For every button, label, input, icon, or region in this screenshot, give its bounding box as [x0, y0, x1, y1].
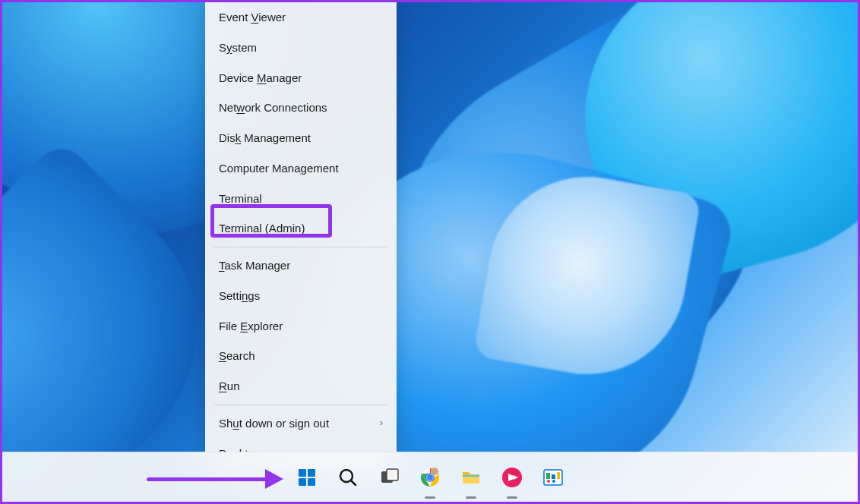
menu-item-network-connections[interactable]: Network Connections	[205, 93, 397, 123]
menu-item-label: Search	[219, 348, 255, 364]
svg-rect-2	[299, 478, 306, 486]
menu-separator	[214, 405, 387, 405]
menu-item-system[interactable]: System	[205, 33, 397, 63]
running-indicator	[466, 496, 476, 499]
menu-item-shut-down-or-sign-out[interactable]: Shut down or sign out›	[205, 408, 397, 439]
search-icon	[337, 467, 359, 488]
start-icon	[296, 467, 318, 488]
svg-rect-20	[552, 474, 555, 479]
taskbar-recorder[interactable]	[495, 461, 529, 494]
control-panel-icon	[542, 467, 564, 488]
taskbar-control-panel[interactable]	[536, 461, 570, 494]
svg-rect-21	[557, 472, 560, 479]
svg-point-23	[552, 480, 555, 483]
menu-item-file-explorer[interactable]: File Explorer	[205, 311, 397, 342]
task-view-icon	[378, 467, 400, 488]
svg-rect-0	[299, 469, 306, 477]
menu-item-label: Event Viewer	[219, 9, 286, 26]
recorder-icon	[501, 467, 523, 488]
menu-item-task-manager[interactable]: Task Manager	[205, 250, 397, 281]
menu-item-event-viewer[interactable]: Event Viewer	[205, 2, 397, 33]
taskbar-search[interactable]	[331, 461, 365, 494]
menu-item-label: Task Manager	[219, 257, 290, 274]
menu-item-label: Device Manager	[219, 70, 302, 87]
menu-item-label: Computer Management	[219, 160, 339, 177]
menu-item-search[interactable]: Search	[205, 341, 397, 371]
menu-item-label: Shut down or sign out	[219, 415, 329, 432]
chrome-icon	[419, 467, 441, 488]
svg-rect-3	[308, 478, 315, 486]
wallpaper-bloom	[2, 2, 858, 502]
menu-item-settings[interactable]: Settings	[205, 281, 397, 311]
menu-item-label: Terminal (Admin)	[219, 220, 305, 237]
svg-rect-19	[546, 473, 550, 479]
svg-rect-1	[308, 469, 315, 477]
menu-item-label: Run	[219, 378, 240, 395]
svg-point-22	[547, 480, 550, 483]
desktop-background	[2, 2, 858, 502]
svg-point-11	[427, 474, 433, 480]
taskbar-file-explorer[interactable]	[454, 461, 488, 494]
menu-item-terminal-admin[interactable]: Terminal (Admin)	[205, 213, 397, 244]
running-indicator	[507, 496, 517, 499]
taskbar-start[interactable]	[290, 461, 324, 494]
menu-item-label: Terminal	[219, 191, 262, 207]
menu-item-label: Disk Management	[219, 130, 311, 146]
menu-item-terminal[interactable]: Terminal	[205, 184, 397, 214]
taskbar-chrome[interactable]	[413, 461, 447, 494]
svg-point-13	[431, 468, 438, 475]
menu-item-device-manager[interactable]: Device Manager	[205, 63, 397, 93]
taskbar[interactable]	[2, 452, 858, 502]
menu-item-label: System	[219, 39, 257, 56]
file-explorer-icon	[460, 467, 482, 488]
running-indicator	[425, 496, 435, 499]
menu-separator	[214, 247, 387, 247]
menu-item-run[interactable]: Run	[205, 371, 397, 402]
menu-item-disk-management[interactable]: Disk Management	[205, 123, 397, 153]
menu-item-label: Settings	[219, 288, 260, 304]
menu-item-label: File Explorer	[219, 318, 283, 335]
menu-item-label: Network Connections	[219, 99, 327, 116]
winx-context-menu[interactable]: Event ViewerSystemDevice ManagerNetwork …	[205, 2, 397, 473]
svg-rect-15	[463, 475, 479, 477]
svg-rect-6	[387, 469, 398, 480]
svg-rect-14	[463, 476, 479, 484]
taskbar-task-view[interactable]	[372, 461, 406, 494]
menu-item-computer-management[interactable]: Computer Management	[205, 153, 397, 184]
chevron-right-icon: ›	[380, 417, 383, 430]
